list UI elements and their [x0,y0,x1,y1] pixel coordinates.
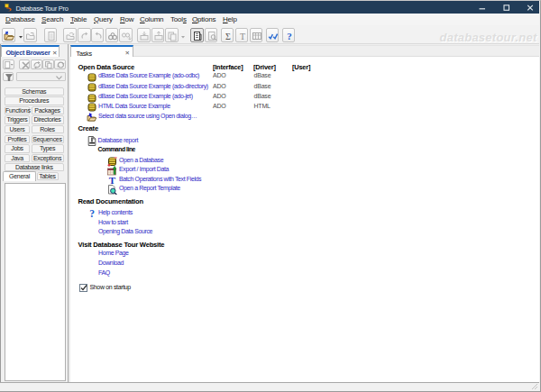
svg-text:Σ: Σ [225,31,231,41]
svg-text:T: T [239,31,244,41]
svg-text:?: ? [89,208,95,218]
svg-text:?: ? [287,31,292,41]
